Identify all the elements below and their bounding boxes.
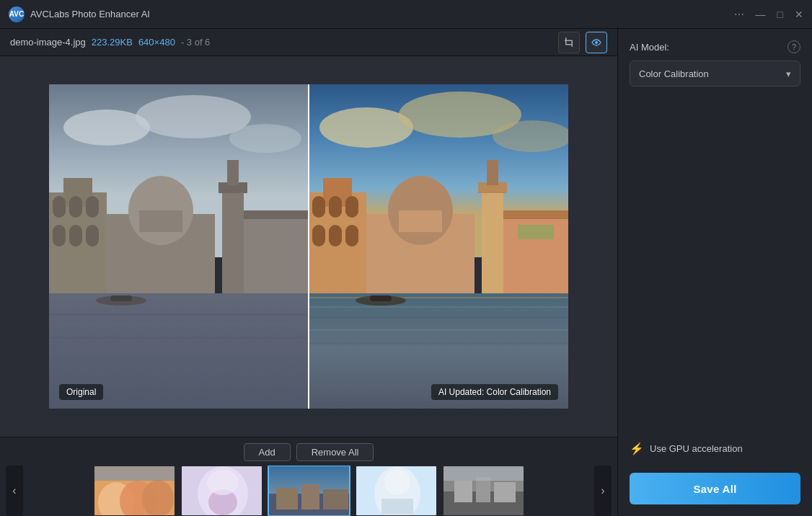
svg-rect-50: [487, 160, 498, 185]
titlebar: AVC AVCLabs Photo Enhancer AI ⋯ — □ ✕: [0, 0, 812, 29]
app-icon: AVC: [9, 6, 25, 22]
main-layout: demo-image-4.jpg 223.29KB 640×480 - 3 of…: [0, 29, 812, 516]
svg-rect-40: [329, 196, 342, 218]
model-select-value: Color Calibration: [639, 68, 709, 79]
svg-rect-2: [572, 40, 573, 47]
svg-rect-55: [309, 297, 568, 298]
file-info-bar: demo-image-4.jpg 223.29KB 640×480 - 3 of…: [0, 29, 617, 56]
svg-rect-58: [309, 329, 568, 331]
svg-rect-74: [301, 484, 319, 510]
svg-rect-24: [244, 210, 309, 219]
svg-point-65: [142, 480, 174, 516]
model-select-dropdown[interactable]: Color Calibration ▾: [630, 61, 800, 86]
original-half: [49, 84, 309, 409]
ai-updated-half: [309, 84, 568, 409]
svg-point-8: [229, 124, 301, 153]
svg-rect-59: [309, 342, 568, 344]
svg-rect-56: [309, 306, 568, 308]
ai-model-label: AI Model:: [630, 42, 669, 53]
svg-point-4: [595, 41, 598, 44]
menu-button[interactable]: ⋯: [734, 9, 744, 19]
svg-rect-61: [370, 295, 392, 301]
thumbnail-5[interactable]: [442, 466, 525, 516]
original-label: Original: [59, 384, 103, 400]
thumbnail-3[interactable]: [268, 466, 350, 516]
counter-label: - 3 of 6: [181, 37, 210, 48]
svg-rect-41: [345, 196, 358, 218]
prev-thumb-button[interactable]: ‹: [6, 466, 23, 516]
app-title: AVCLabs Photo Enhancer AI: [30, 9, 734, 19]
gpu-label: Use GPU acceleration: [650, 443, 743, 454]
svg-rect-73: [276, 488, 298, 510]
gpu-acceleration-row: ⚡ Use GPU acceleration: [630, 436, 800, 461]
thumbnail-2[interactable]: [180, 466, 263, 516]
eye-icon-button[interactable]: [586, 32, 607, 53]
svg-rect-15: [69, 225, 82, 246]
svg-rect-30: [49, 337, 309, 339]
filesize-label: 223.29KB: [92, 37, 133, 48]
thumbnails-row: ‹: [0, 466, 617, 516]
svg-rect-22: [227, 160, 239, 185]
compare-container: Original AI Updated: Color Calibration: [49, 84, 568, 409]
chevron-down-icon: ▾: [786, 68, 791, 79]
sidebar: AI Model: ? Color Calibration ▾ ⚡ Use GP…: [617, 29, 812, 516]
remove-all-button[interactable]: Remove All: [296, 443, 374, 461]
svg-rect-66: [94, 466, 176, 481]
svg-rect-82: [454, 481, 472, 502]
svg-rect-75: [323, 489, 348, 510]
svg-rect-28: [49, 313, 309, 316]
svg-rect-83: [476, 477, 490, 502]
svg-rect-85: [443, 466, 525, 481]
next-thumb-button[interactable]: ›: [594, 466, 612, 516]
svg-rect-43: [329, 225, 342, 246]
dimensions-label: 640×480: [138, 37, 175, 48]
crop-icon-button[interactable]: [558, 32, 580, 53]
svg-rect-47: [399, 210, 442, 232]
close-button[interactable]: ✕: [795, 9, 803, 19]
center-panel: demo-image-4.jpg 223.29KB 640×480 - 3 of…: [0, 29, 617, 516]
sidebar-spacer: [630, 98, 800, 424]
ai-updated-label: AI Updated: Color Calibration: [431, 384, 558, 400]
svg-rect-3: [565, 40, 572, 41]
svg-rect-84: [494, 482, 516, 502]
svg-rect-32: [110, 295, 132, 301]
svg-rect-57: [309, 316, 568, 319]
minimize-button[interactable]: —: [756, 9, 766, 19]
svg-rect-52: [503, 210, 568, 219]
window-controls: ⋯ — □ ✕: [734, 9, 803, 19]
svg-rect-14: [53, 225, 66, 246]
thumbnail-1[interactable]: [93, 466, 176, 516]
svg-rect-12: [69, 196, 82, 218]
svg-rect-16: [86, 225, 99, 246]
svg-rect-39: [312, 196, 325, 218]
svg-point-79: [384, 469, 410, 495]
svg-rect-42: [312, 225, 325, 246]
maximize-button[interactable]: □: [777, 9, 783, 19]
svg-rect-53: [518, 225, 554, 239]
ai-model-header: AI Model: ?: [630, 40, 800, 53]
svg-rect-44: [345, 225, 358, 246]
thumbnail-bar: Add Remove All ‹: [0, 437, 617, 516]
svg-rect-11: [53, 196, 66, 218]
svg-rect-70: [207, 470, 239, 495]
ai-model-section: AI Model: ? Color Calibration ▾: [630, 40, 800, 86]
thumb-list: [26, 466, 591, 516]
preview-area: Original AI Updated: Color Calibration: [0, 56, 617, 437]
svg-rect-19: [139, 210, 182, 232]
filename-label: demo-image-4.jpg: [10, 37, 86, 48]
thumb-actions: Add Remove All: [0, 437, 617, 466]
svg-rect-27: [49, 304, 309, 306]
help-icon-button[interactable]: ?: [787, 40, 800, 53]
svg-rect-13: [86, 196, 99, 218]
compare-divider[interactable]: [308, 84, 309, 409]
save-all-button[interactable]: Save All: [630, 473, 800, 504]
svg-point-36: [493, 120, 568, 152]
svg-rect-26: [49, 297, 309, 298]
svg-rect-29: [49, 324, 309, 325]
thumbnail-4[interactable]: [355, 466, 438, 516]
add-button[interactable]: Add: [244, 443, 291, 461]
svg-rect-78: [381, 499, 413, 515]
lightning-icon: ⚡: [630, 442, 644, 455]
